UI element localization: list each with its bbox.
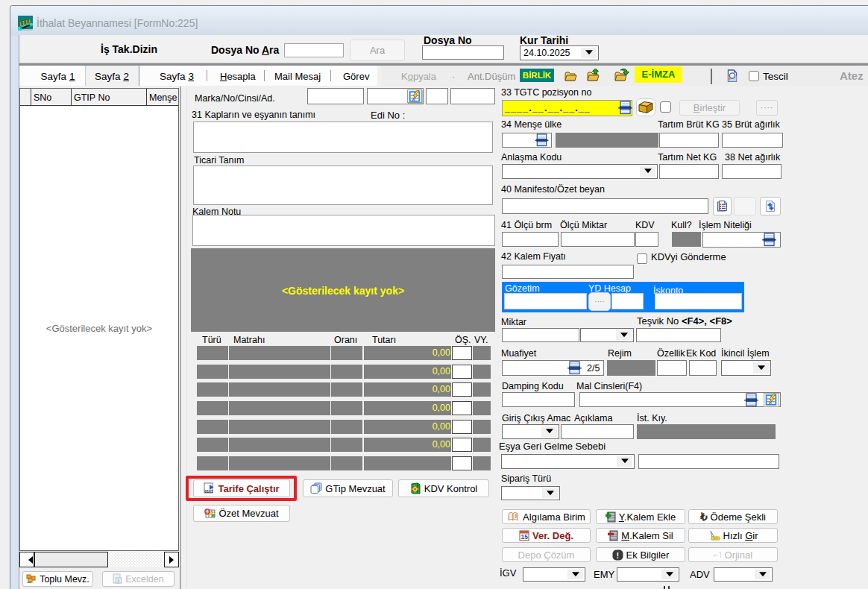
svg-text:!: ! [616,550,619,559]
svg-text:15: 15 [521,533,529,541]
svg-text:0101: 0101 [205,489,213,494]
